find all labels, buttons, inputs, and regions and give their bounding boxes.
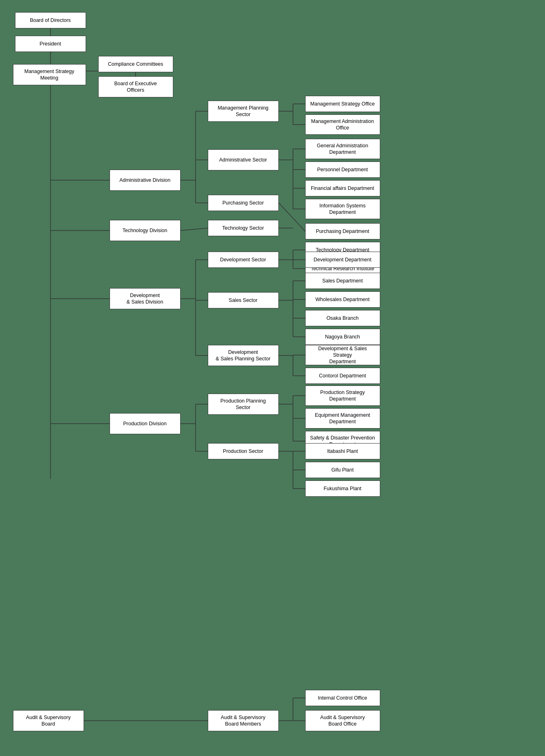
gad-box: General AdministrationDepartment [305, 139, 380, 159]
nab-box: Nagoya Branch [305, 329, 380, 345]
dssd-box: Development & Sales StrategyDepartment [305, 345, 380, 365]
president-box: President [15, 36, 86, 52]
ts-box: Technology Sector [208, 220, 279, 236]
perd-box: Personnel Department [305, 162, 380, 178]
asbo-box: Audit & SupervisoryBoard Office [305, 710, 380, 731]
cond-box: Contorol Department [305, 368, 380, 384]
sales-box: Sales Sector [208, 292, 279, 308]
svg-line-38 [279, 203, 305, 231]
board-box: Board of Directors [15, 12, 86, 28]
itap-box: Itabashi Plant [305, 443, 380, 459]
compliance-box: Compliance Committees [98, 56, 173, 72]
msm-box: Management StrategyMeeting [13, 64, 86, 85]
asboard-box: Audit & SupervisoryBoard [13, 710, 84, 731]
adiv-box: Administrative Division [110, 170, 181, 191]
fukp-box: Fukushima Plant [305, 480, 380, 497]
emd-box: Equipment ManagementDepartment [305, 408, 380, 429]
as-box: Administrative Sector [208, 149, 279, 170]
dsps-box: Development& Sales Planning Sector [208, 345, 279, 366]
mao-box: Management AdministrationOffice [305, 114, 380, 135]
sald-box: Sales Department [305, 273, 380, 289]
tdiv-box: Technology Division [110, 220, 181, 241]
pus-box: Purchasing Sector [208, 195, 279, 211]
pud-box: Purchasing Department [305, 223, 380, 239]
gifp-box: Gifu Plant [305, 462, 380, 478]
beo-box: Board of ExecutiveOfficers [98, 76, 173, 97]
asbm-box: Audit & SupervisoryBoard Members [208, 710, 279, 731]
mso-box: Management Strategy Office [305, 96, 380, 112]
pstd-box: Production StrategyDepartment [305, 386, 380, 406]
devd-box: Development Department [305, 252, 380, 268]
devs-box: Development Sector [208, 252, 279, 268]
osb-box: Osaka Branch [305, 310, 380, 326]
prods-box: Production Sector [208, 443, 279, 459]
ico-box: Internal Control Office [305, 690, 380, 706]
isd-box: Information SystemsDepartment [305, 199, 380, 219]
pdiv-box: Production Division [110, 413, 181, 434]
pps-box: Production PlanningSector [208, 394, 279, 415]
svg-line-18 [181, 228, 208, 230]
org-chart: Board of DirectorsPresidentManagement St… [9, 8, 536, 747]
mps-box: Management PlanningSector [208, 101, 279, 122]
fad-box: Financial affairs Department [305, 180, 380, 196]
whd-box: Wholesales Department [305, 291, 380, 308]
dsdiv-box: Development& Sales Division [110, 288, 181, 309]
